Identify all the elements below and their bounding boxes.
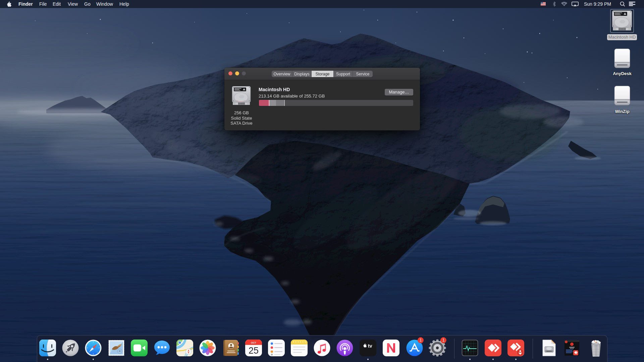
svg-text:OCT: OCT xyxy=(251,341,256,344)
svg-text:25: 25 xyxy=(249,346,259,356)
svg-text:tv: tv xyxy=(368,343,372,349)
